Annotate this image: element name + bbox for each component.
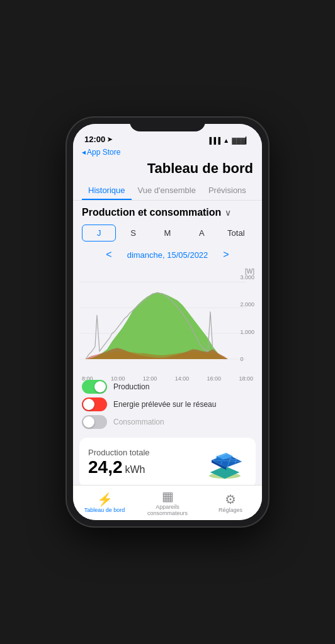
phone-notch: [130, 118, 205, 131]
nav-tableau-label: Tableau de bord: [84, 507, 125, 513]
page-title: Tableau de bord: [147, 160, 253, 176]
signal-icon: ▐▐▐: [207, 137, 220, 144]
period-btn-s[interactable]: S: [116, 225, 150, 242]
tab-previsions[interactable]: Prévisions: [202, 182, 253, 200]
back-arrow-icon: ◂: [82, 148, 86, 157]
bottom-nav: ⚡ Tableau de bord ▦ Appareils consommate…: [73, 485, 262, 520]
nav-tableau-de-bord[interactable]: ⚡ Tableau de bord: [73, 486, 136, 520]
section-title: Production et consommation: [82, 207, 221, 218]
period-btn-j[interactable]: J: [82, 225, 116, 242]
prod-info: Production totale 24,2 kWh: [88, 448, 150, 477]
nav-reglages[interactable]: ⚙ Réglages: [199, 486, 262, 520]
legend-energie: Energie prélevée sur le réseau: [82, 397, 253, 411]
period-btn-a[interactable]: A: [185, 225, 219, 242]
phone-frame: 12:00 ➤ ▐▐▐ ▲ ▓▓▓▏ ◂ App Store Tableau d…: [67, 118, 268, 526]
legend-production-label: Production: [113, 382, 149, 391]
back-label: App Store: [87, 148, 120, 157]
prod-number: 24,2: [88, 457, 123, 477]
nav-reglages-icon: ⚙: [225, 493, 236, 506]
date-label: dimanche, 15/05/2022: [127, 250, 208, 260]
nav-appareils[interactable]: ▦ Appareils consommateurs: [136, 486, 199, 520]
status-time: 12:00 ➤: [84, 135, 112, 144]
period-btn-m[interactable]: M: [150, 225, 185, 242]
phone-screen: 12:00 ➤ ▐▐▐ ▲ ▓▓▓▏ ◂ App Store Tableau d…: [73, 124, 262, 520]
status-icons: ▐▐▐ ▲ ▓▓▓▏: [207, 137, 251, 144]
legend-production: Production: [82, 380, 253, 394]
chart-container: 3.000 2.000 1.000 0 [W]: [79, 268, 256, 375]
chart-x-labels: 8:00 10:00 12:00 14:00 16:00 18:00: [79, 375, 256, 382]
page-header: Tableau de bord: [73, 159, 262, 182]
toggle-energie[interactable]: [82, 397, 107, 411]
prev-date-arrow[interactable]: <: [101, 248, 116, 262]
nav-appareils-label: Appareils consommateurs: [136, 504, 199, 516]
battery-icon: ▓▓▓▏: [232, 137, 251, 144]
legend-energie-label: Energie prélevée sur le réseau: [113, 400, 216, 409]
period-btn-total[interactable]: Total: [219, 225, 253, 242]
nav-appareils-icon: ▦: [162, 490, 174, 502]
nav-reglages-label: Réglages: [219, 507, 242, 513]
toggle-consommation[interactable]: [82, 415, 107, 429]
toggle-production[interactable]: [82, 380, 107, 394]
screen-content: Production et consommation ∨ J S M A To: [73, 201, 262, 485]
period-selector: J S M A Total: [73, 222, 262, 244]
wifi-icon: ▲: [223, 137, 229, 144]
tab-vue-ensemble[interactable]: Vue d'ensemble: [132, 182, 202, 200]
location-icon: ➤: [107, 136, 112, 143]
production-totale-card: Production totale 24,2 kWh: [79, 438, 256, 485]
chevron-down-icon: ∨: [225, 208, 231, 218]
prod-unit: kWh: [125, 464, 145, 475]
prod-label: Production totale: [88, 448, 150, 457]
time-display: 12:00: [84, 135, 105, 144]
next-date-arrow[interactable]: >: [218, 248, 234, 262]
date-nav: < dimanche, 15/05/2022 >: [73, 244, 262, 265]
chart-svg: [79, 275, 256, 373]
back-nav[interactable]: ◂ App Store: [73, 147, 262, 159]
chart-legend: Production Energie prélevée sur le résea…: [73, 375, 262, 434]
section-title-row[interactable]: Production et consommation ∨: [73, 201, 262, 222]
legend-consommation: Consommation: [82, 415, 253, 429]
tab-historique[interactable]: Historique: [82, 182, 132, 200]
legend-consommation-label: Consommation: [113, 418, 164, 426]
chart-unit-label: [W]: [245, 268, 254, 275]
solar-panel-icon: [203, 445, 247, 480]
prod-value: 24,2 kWh: [88, 457, 150, 477]
nav-tableau-icon: ⚡: [97, 493, 113, 506]
tabs-bar: Historique Vue d'ensemble Prévisions: [73, 182, 262, 201]
